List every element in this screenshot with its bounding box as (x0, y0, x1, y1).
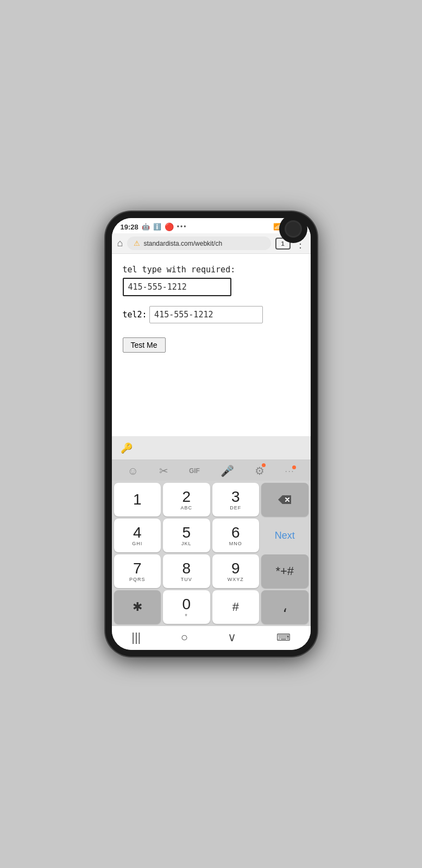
camera-lens (285, 220, 302, 238)
key-0[interactable]: 0 + (163, 590, 210, 624)
gif-icon[interactable]: GIF (189, 467, 200, 475)
key-9[interactable]: 9 WXYZ (212, 554, 260, 588)
backspace-key[interactable] (261, 483, 308, 516)
key-1[interactable]: 1 (114, 483, 161, 516)
camera-bump (279, 215, 307, 243)
key-4[interactable]: 4 GHI (114, 519, 161, 552)
key-3[interactable]: 3 DEF (212, 483, 260, 516)
numpad: 1 2 ABC 3 DEF 4 GHI 5 (112, 481, 311, 626)
settings-dot (262, 463, 266, 467)
phone-inner: 19:28 🤖 ℹ️ 🔴 ••• 📶 📶 🔋 ⌂ ⚠ standardista.… (112, 218, 311, 650)
browser-bar: ⌂ ⚠ standardista.com/webkit/ch 1 ⋮ (112, 233, 311, 254)
home-icon[interactable]: ⌂ (117, 238, 123, 249)
home-button[interactable]: ○ (181, 630, 188, 644)
tel1-label: tel type with required: (123, 265, 300, 275)
key-star[interactable]: ✱ (114, 590, 161, 624)
more-dot (292, 465, 296, 469)
key-icon: 🔑 (121, 442, 133, 454)
key-6[interactable]: 6 MNO (212, 519, 260, 552)
key-2[interactable]: 2 ABC (163, 483, 210, 516)
backspace-icon (277, 494, 292, 505)
next-key[interactable]: Next (261, 519, 308, 552)
key-7[interactable]: 7 PQRS (114, 554, 161, 588)
next-label: Next (275, 530, 295, 541)
tel1-input[interactable] (123, 278, 231, 296)
recent-button[interactable]: ∨ (228, 630, 236, 644)
web-content: tel type with required: tel2: Test Me (112, 254, 311, 436)
tel1-group: tel type with required: (123, 265, 300, 296)
keyboard-hide-button[interactable]: ⌨ (276, 631, 291, 643)
browser-icon: 🔴 (165, 222, 174, 231)
key-special[interactable]: *+# (261, 554, 308, 588)
phone-frame: 19:28 🤖 ℹ️ 🔴 ••• 📶 📶 🔋 ⌂ ⚠ standardista.… (105, 212, 317, 656)
emoji-icon[interactable]: ☺ (127, 465, 138, 477)
url-bar[interactable]: ⚠ standardista.com/webkit/ch (127, 237, 270, 250)
status-time: 19:28 (121, 223, 138, 231)
settings-icon[interactable]: ⚙ (255, 464, 264, 477)
key-comma[interactable]: ، (261, 590, 308, 624)
sticker-icon[interactable]: ✂ (159, 464, 168, 477)
dots-icon: ••• (177, 223, 187, 231)
key-5[interactable]: 5 JKL (163, 519, 210, 552)
back-button[interactable]: ||| (131, 630, 141, 644)
key-8[interactable]: 8 TUV (163, 554, 210, 588)
keyboard-top-icons: ☺ ✂ GIF 🎤 ⚙ ··· (112, 460, 311, 481)
tel2-input[interactable] (149, 306, 263, 323)
android-icon: 🤖 (142, 223, 150, 231)
keyboard-toolbar: 🔑 (112, 436, 311, 460)
warning-icon: ⚠ (134, 239, 140, 247)
url-text: standardista.com/webkit/ch (143, 240, 222, 247)
nav-bar: ||| ○ ∨ ⌨ (112, 626, 311, 650)
more-icon[interactable]: ··· (285, 467, 295, 475)
status-left: 19:28 🤖 ℹ️ 🔴 ••• (121, 222, 187, 231)
submit-group: Test Me (123, 333, 300, 353)
tel2-label: tel2: (123, 310, 147, 320)
info-icon: ℹ️ (153, 223, 161, 231)
test-me-button[interactable]: Test Me (123, 337, 166, 353)
tel2-group: tel2: (123, 306, 300, 323)
mic-icon[interactable]: 🎤 (221, 464, 234, 477)
key-hash[interactable]: # (212, 590, 260, 624)
